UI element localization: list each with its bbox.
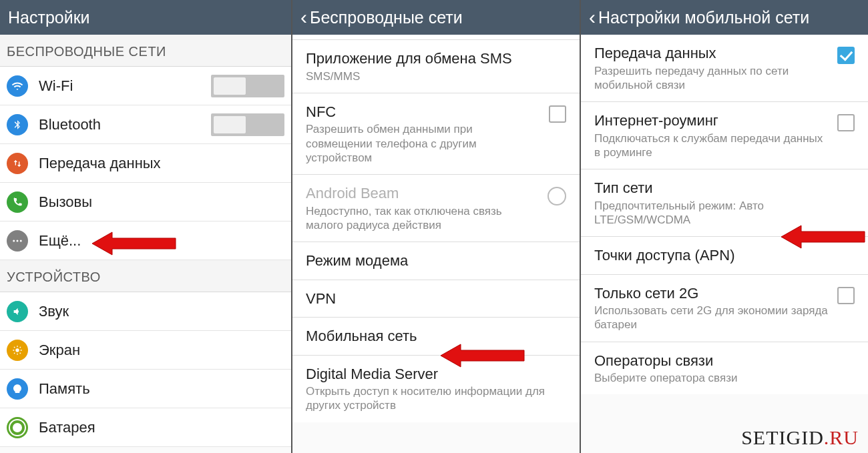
panel3-title: Настройки мобильной сети [598, 8, 809, 27]
nettype-title: Тип сети [594, 179, 848, 197]
panel3-title-bar[interactable]: ‹ Настройки мобильной сети [581, 0, 868, 35]
wifi-toggle[interactable]: O [211, 75, 284, 97]
row-bluetooth[interactable]: Bluetooth O [0, 105, 291, 144]
category-device: УСТРОЙСТВО [0, 260, 291, 292]
panel-wireless-networks: ‹ Беспроводные сети Приложение для обмен… [292, 0, 581, 453]
panel1-title-bar: Настройки [0, 0, 291, 35]
only2g-title: Только сети 2G [594, 284, 831, 303]
watermark: SETIGID.RU [741, 426, 859, 449]
item-tethering[interactable]: Режим модема [292, 242, 580, 280]
more-icon [7, 230, 28, 252]
row-data-usage[interactable]: Передача данных [0, 144, 291, 183]
roaming-checkbox[interactable] [837, 114, 855, 131]
display-label: Экран [39, 342, 80, 359]
mobile-net-title: Мобильная сеть [306, 327, 560, 346]
svg-point-0 [13, 240, 15, 242]
watermark-b: .RU [824, 426, 859, 448]
item-data-transfer[interactable]: Передача данных Разрешить передачу данны… [581, 35, 868, 102]
category-wireless: БЕСПРОВОДНЫЕ СЕТИ [0, 35, 291, 67]
svg-point-1 [17, 240, 19, 242]
nfc-title: NFC [306, 103, 542, 121]
row-more[interactable]: Ещё... [0, 221, 291, 260]
panel-mobile-network-settings: ‹ Настройки мобильной сети Передача данн… [581, 0, 868, 453]
item-nfc[interactable]: NFC Разрешить обмен данными при совмещен… [292, 93, 580, 175]
apn-title: Точки доступа (APN) [594, 246, 848, 265]
battery-icon [7, 417, 28, 438]
nfc-sub: Разрешить обмен данными при совмещении т… [306, 122, 542, 165]
panel2-title-bar[interactable]: ‹ Беспроводные сети [292, 0, 580, 35]
operators-title: Операторы связи [594, 352, 848, 370]
bluetooth-icon [7, 114, 28, 135]
only2g-sub: Использовать сети 2G для экономии заряда… [594, 304, 831, 332]
svg-point-2 [20, 240, 22, 242]
row-memory[interactable]: Память [0, 370, 291, 408]
beam-title: Android Beam [306, 184, 541, 203]
bluetooth-toggle[interactable]: O [211, 113, 284, 136]
beam-toggle [548, 187, 566, 205]
wifi-icon [7, 75, 28, 97]
dms-title: Digital Media Server [306, 365, 560, 384]
operators-sub: Выберите оператора связи [594, 371, 848, 385]
vpn-title: VPN [306, 290, 560, 308]
calls-icon [7, 191, 28, 213]
back-icon[interactable]: ‹ [300, 7, 307, 27]
row-display[interactable]: Экран [0, 331, 291, 370]
item-operators[interactable]: Операторы связи Выберите оператора связи [581, 342, 868, 395]
data-transfer-title: Передача данных [594, 44, 831, 63]
svg-point-3 [15, 348, 19, 352]
data-transfer-sub: Разрешить передачу данных по сети мобиль… [594, 64, 831, 93]
watermark-a: SETIGID [741, 426, 824, 448]
panel1-title: Настройки [8, 8, 90, 27]
sms-sub: SMS/MMS [306, 69, 560, 83]
data-transfer-checkbox[interactable] [837, 47, 855, 64]
item-dms[interactable]: Digital Media Server Открыть доступ к но… [292, 356, 580, 422]
item-network-type[interactable]: Тип сети Предпочтительный режим: Авто LT… [581, 169, 868, 237]
item-mobile-network[interactable]: Мобильная сеть [292, 318, 580, 356]
more-label: Ещё... [39, 232, 81, 250]
calls-label: Вызовы [39, 193, 92, 211]
row-sound[interactable]: Звук [0, 292, 291, 331]
data-usage-icon [7, 153, 28, 174]
sound-icon [7, 301, 28, 322]
nettype-sub: Предпочтительный режим: Авто LTE/GSM/WCD… [594, 199, 848, 228]
item-apn[interactable]: Точки доступа (APN) [581, 237, 868, 275]
tether-title: Режим модема [306, 252, 560, 270]
panel2-title: Беспроводные сети [310, 8, 463, 27]
battery-label: Батарея [39, 419, 95, 436]
sms-title: Приложение для обмена SMS [306, 49, 560, 68]
row-calls[interactable]: Вызовы [0, 183, 291, 221]
roaming-sub: Подключаться к службам передачи данных в… [594, 131, 831, 160]
row-battery[interactable]: Батарея [0, 408, 291, 447]
wifi-label: Wi-Fi [39, 77, 73, 95]
roaming-title: Интернет-роуминг [594, 111, 831, 130]
item-vpn[interactable]: VPN [292, 280, 580, 318]
nfc-checkbox[interactable] [549, 105, 566, 123]
data-usage-label: Передача данных [39, 155, 161, 172]
item-2g-only[interactable]: Только сети 2G Использовать сети 2G для … [581, 275, 868, 342]
panel-settings: Настройки БЕСПРОВОДНЫЕ СЕТИ Wi-Fi O Blue… [0, 0, 292, 453]
row-wifi[interactable]: Wi-Fi O [0, 67, 291, 105]
display-icon [7, 340, 28, 361]
item-sms-app[interactable]: Приложение для обмена SMS SMS/MMS [292, 40, 580, 93]
item-android-beam: Android Beam Недоступно, так как отключе… [292, 175, 580, 242]
back-icon[interactable]: ‹ [589, 7, 596, 27]
memory-icon [7, 378, 28, 400]
dms-sub: Открыть доступ к носителю информации для… [306, 384, 560, 413]
sound-label: Звук [39, 303, 69, 320]
only2g-checkbox[interactable] [837, 287, 855, 304]
beam-sub: Недоступно, так как отключена связь мало… [306, 204, 541, 233]
memory-label: Память [39, 380, 90, 398]
item-roaming[interactable]: Интернет-роуминг Подключаться к службам … [581, 102, 868, 169]
bluetooth-label: Bluetooth [39, 116, 101, 133]
